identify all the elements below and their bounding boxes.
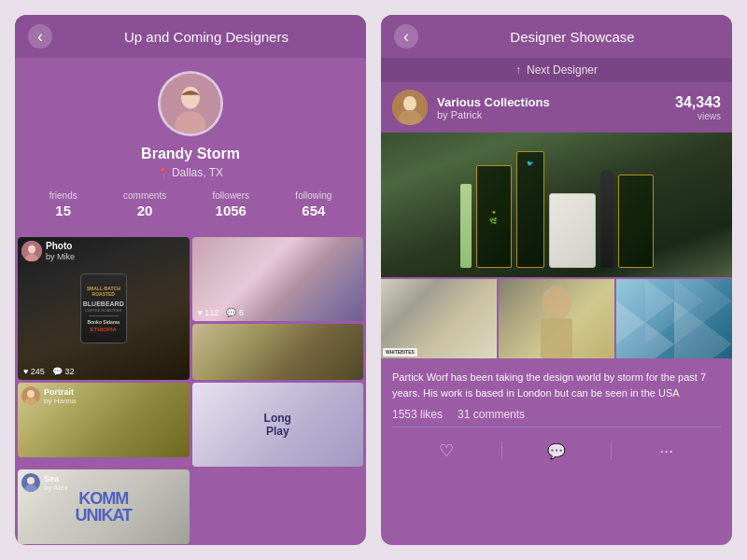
left-header: ‹ Up and Coming Designers [15, 15, 366, 58]
location-icon: 📍 [158, 168, 169, 178]
coffee-author-overlay: Photo by Mike [21, 241, 75, 262]
showcase-engagement: 1553 likes 31 comments [392, 408, 721, 421]
showcase-main-image: ✦🌿 🐦 [381, 133, 732, 277]
grid-item-sea[interactable]: KOMMUNIKAT Sea by Alex [18, 469, 190, 544]
svg-rect-16 [541, 318, 572, 358]
next-designer-arrow: ↑ [515, 63, 521, 77]
profile-avatar-svg [161, 71, 220, 136]
stat-comments: comments 20 [123, 190, 166, 218]
left-panel-title: Up and Coming Designers [60, 29, 353, 45]
grid-item-bowl[interactable] [192, 324, 364, 380]
next-designer-bar[interactable]: ↑ Next Designer [381, 58, 732, 82]
showcase-desc-text: Partick Worf has been taking the design … [392, 370, 721, 400]
comment-icon: 💬 [547, 442, 566, 460]
right-header: ‹ Designer Showcase [381, 15, 732, 58]
svg-point-10 [27, 477, 35, 484]
back-button[interactable]: ‹ [28, 24, 52, 49]
designer-avatar [392, 90, 428, 125]
avatar [158, 71, 223, 136]
stat-friends: friends 15 [49, 190, 78, 218]
sg-man [499, 279, 614, 358]
grid-item-coffee[interactable]: SMALL-BATCHROASTED BLUEBEARD COFFEE ROAS… [18, 237, 190, 380]
grid-item-longplay[interactable]: LongPlay [192, 383, 364, 467]
grid-item-portrait[interactable]: Portrait by Hanna [18, 383, 190, 457]
svg-point-13 [403, 96, 416, 111]
comments-count: 31 comments [458, 408, 525, 421]
comment-button[interactable]: 💬 [502, 437, 612, 466]
svg-point-4 [28, 245, 35, 254]
left-panel: ‹ Up and Coming Designers Brandy Storm 📍 [15, 15, 366, 545]
stat-followers: followers 1056 [213, 190, 249, 218]
sg-dog: WHITEBITES [381, 279, 497, 358]
stats-row: friends 15 comments 20 followers 1056 fo… [26, 183, 355, 228]
showcase-description: Partick Worf has been taking the design … [381, 360, 732, 427]
designer-info-row: Various Collections by Patrick 34,343 vi… [381, 82, 732, 133]
grid-item-flowers[interactable]: ♥ 112 💬 6 [192, 237, 364, 321]
showcase-secondary-grid: WHITEBITES [381, 279, 732, 358]
right-panel-title: Designer Showcase [426, 29, 719, 45]
user-name: Brandy Storm [141, 146, 240, 162]
likes-count: 1553 likes [392, 408, 443, 421]
views-container: 34,343 views [675, 94, 721, 121]
flowers-stats: ♥ 112 💬 6 [198, 308, 244, 317]
right-back-button[interactable]: ‹ [394, 24, 418, 49]
action-bar: ♡ 💬 ··· [392, 427, 721, 474]
portrait-author: Portrait by Hanna [21, 386, 76, 405]
like-button[interactable]: ♡ [392, 435, 501, 467]
stat-following: following 654 [295, 190, 331, 218]
svg-point-7 [27, 390, 35, 398]
heart-icon: ♡ [439, 441, 454, 461]
sg-geometric [616, 279, 732, 358]
more-button[interactable]: ··· [612, 436, 721, 467]
profile-section: Brandy Storm 📍 Dallas, TX friends 15 com… [15, 58, 366, 237]
more-icon: ··· [659, 441, 673, 461]
designer-title: Various Collections [437, 95, 666, 109]
svg-point-15 [542, 286, 571, 319]
user-location: 📍 Dallas, TX [158, 166, 223, 179]
views-label: views [675, 111, 721, 121]
coffee-stats: ♥ 245 💬 32 [23, 367, 74, 376]
designer-info-text: Various Collections by Patrick [437, 95, 666, 120]
views-count: 34,343 [675, 94, 721, 111]
designer-subtitle: by Patrick [437, 109, 666, 120]
svg-point-1 [181, 87, 200, 109]
right-panel: ‹ Designer Showcase ↑ Next Designer Vari… [381, 15, 732, 545]
next-designer-label: Next Designer [527, 63, 598, 77]
sea-author: Sea by Alex [21, 473, 68, 492]
